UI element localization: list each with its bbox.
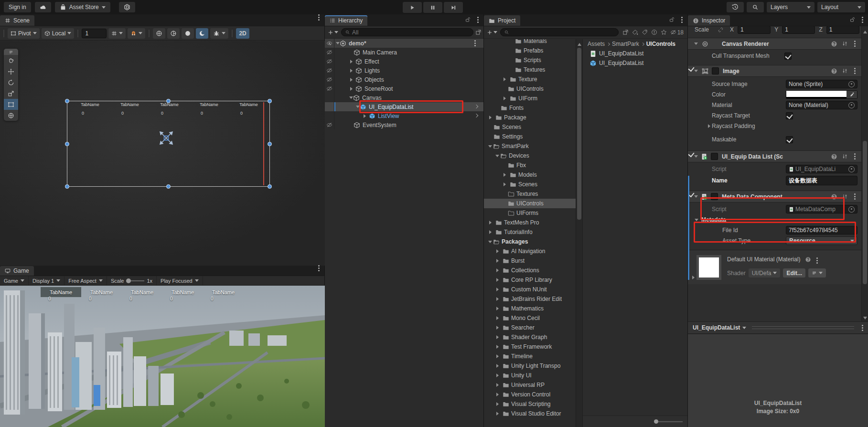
project-folder-mono-cecil[interactable]: Mono Cecil <box>484 313 576 323</box>
scale-slider-knob[interactable] <box>126 278 131 283</box>
scale-tool-button[interactable] <box>4 88 18 99</box>
meta-data-header[interactable]: Meta Data Component <box>688 191 861 203</box>
project-folder-scenes[interactable]: Scenes <box>484 122 576 132</box>
raycast-target-checkbox[interactable] <box>786 112 793 119</box>
eyedropper-button[interactable] <box>847 91 857 98</box>
axis-input[interactable]: 1 <box>738 26 771 34</box>
project-folder-materials[interactable]: Materials <box>484 39 576 46</box>
search-by-label-icon[interactable] <box>642 29 648 35</box>
project-folder-version-control[interactable]: Version Control <box>484 390 576 399</box>
rect-handle[interactable] <box>65 184 69 189</box>
search-by-type-icon[interactable] <box>632 29 638 35</box>
chevron-right-icon[interactable] <box>474 114 478 117</box>
lighting-toggle[interactable] <box>167 28 180 39</box>
pause-button[interactable] <box>423 2 442 13</box>
visibility-gutter[interactable] <box>325 111 334 120</box>
expand-arrow-icon[interactable] <box>496 393 501 396</box>
project-file-ui-equipdatalist-script[interactable]: UI_EquipDataList <box>583 49 687 58</box>
expand-arrow-icon[interactable] <box>364 114 368 118</box>
object-picker-icon[interactable] <box>848 206 855 213</box>
expand-arrow-icon[interactable] <box>496 354 501 358</box>
foldout-arrow-icon[interactable] <box>695 219 698 223</box>
row-menu-icon[interactable] <box>474 43 476 44</box>
expand-arrow-icon[interactable] <box>496 288 501 291</box>
display-dropdown[interactable]: Display 1 <box>29 276 64 285</box>
shader-menu-button[interactable] <box>808 268 826 278</box>
component-menu-icon[interactable] <box>854 70 856 72</box>
transform-tool-button[interactable] <box>4 110 18 121</box>
project-search-input[interactable] <box>500 28 619 36</box>
rotate-tool-button[interactable] <box>4 77 18 88</box>
expand-arrow-icon[interactable] <box>350 69 354 73</box>
hierarchy-row-listview[interactable]: ListView <box>325 111 483 120</box>
preview-header[interactable]: UI_EquipDataList <box>688 321 868 334</box>
help-icon[interactable] <box>831 41 837 47</box>
game-tab-1[interactable]: TabName <box>81 287 122 297</box>
rect-handle[interactable] <box>166 184 171 189</box>
object-picker-icon[interactable] <box>848 102 855 108</box>
icon-size-slider[interactable] <box>654 421 683 422</box>
expand-arrow-icon[interactable] <box>496 412 501 416</box>
scrollbar-thumb[interactable] <box>577 48 581 220</box>
foldout-arrow-icon[interactable] <box>694 195 698 200</box>
visibility-gutter[interactable] <box>325 84 334 93</box>
equip-data-list-header[interactable]: UI_Equip Data List (Sc <box>688 150 861 162</box>
foldout-arrow-icon[interactable] <box>692 276 697 279</box>
hierarchy-row-objects[interactable]: Objects <box>325 75 483 84</box>
tab-game[interactable]: Game <box>0 266 34 276</box>
expand-arrow-icon[interactable] <box>496 326 501 330</box>
expand-arrow-icon[interactable] <box>496 402 501 406</box>
project-folder-collections[interactable]: Collections <box>484 266 576 275</box>
collab-button[interactable] <box>119 2 135 12</box>
image-enabled-checkbox[interactable] <box>712 67 719 75</box>
scene-menu-icon[interactable] <box>318 17 320 18</box>
cull-transparent-checkbox[interactable] <box>784 53 792 60</box>
collapse-arrow-icon[interactable] <box>488 145 492 149</box>
project-folder-timeline[interactable]: Timeline <box>484 352 576 361</box>
asset-store-button[interactable]: Asset Store <box>55 2 110 12</box>
presets-icon[interactable] <box>842 68 848 74</box>
project-folder-uiform[interactable]: UIForm <box>484 94 576 103</box>
project-folder-prefabs[interactable]: Prefabs <box>484 46 576 55</box>
project-folder-visual-studio-editor[interactable]: Visual Studio Editor <box>484 409 576 418</box>
link-icon[interactable] <box>718 27 724 33</box>
project-folder-textmesh-pro[interactable]: TextMesh Pro <box>484 218 576 227</box>
expand-arrow-icon[interactable] <box>496 278 501 282</box>
pivot-dropdown[interactable]: Pivot <box>8 28 40 39</box>
project-add-button[interactable] <box>486 29 498 35</box>
project-folder-unity-ui[interactable]: Unity UI <box>484 371 576 380</box>
search-everywhere-button[interactable] <box>747 2 764 12</box>
component-menu-icon[interactable] <box>854 156 856 157</box>
inspector-scrollbar[interactable] <box>861 26 868 324</box>
play-button[interactable] <box>403 2 422 13</box>
collapse-arrow-icon[interactable] <box>488 241 492 245</box>
project-folder-custom-nunit[interactable]: Custom NUnit <box>484 285 576 294</box>
effects-toggle[interactable] <box>196 28 208 39</box>
preview-drag-handle[interactable] <box>752 326 854 329</box>
maximize-icon[interactable] <box>622 29 629 35</box>
image-header[interactable]: Image <box>688 65 861 77</box>
metadata-foldout-row[interactable]: Metadata <box>688 214 861 225</box>
lock-icon[interactable] <box>465 17 471 22</box>
visibility-gutter[interactable] <box>325 120 334 129</box>
project-folder-uicontrols[interactable]: UIControls <box>484 84 576 94</box>
component-menu-icon[interactable] <box>854 196 856 197</box>
project-folder-jetbrains-rider-edit[interactable]: JetBrains Rider Edit <box>484 294 576 304</box>
scrollbar-thumb[interactable] <box>863 141 867 284</box>
rect-transform-gizmo[interactable] <box>157 128 176 148</box>
visibility-gutter[interactable] <box>325 66 334 75</box>
hierarchy-row-main-camera[interactable]: Main Camera <box>325 48 483 57</box>
game-view-dropdown[interactable]: Game <box>0 276 29 285</box>
asset-type-dropdown[interactable]: Resource <box>786 236 857 245</box>
raycast-padding-row[interactable]: Raycast Padding <box>688 121 861 131</box>
material-menu-icon[interactable] <box>816 260 818 261</box>
tab-project[interactable]: Project <box>484 15 520 26</box>
hierarchy-row-sceneroot[interactable]: SceneRoot <box>325 84 483 93</box>
collapse-arrow-icon[interactable] <box>349 96 353 101</box>
color-field[interactable] <box>786 90 857 99</box>
expand-arrow-icon[interactable] <box>496 345 501 349</box>
preview-menu-icon[interactable] <box>862 327 863 329</box>
help-icon[interactable] <box>831 193 837 200</box>
rect-handle[interactable] <box>268 184 272 189</box>
component-menu-icon[interactable] <box>854 43 856 44</box>
